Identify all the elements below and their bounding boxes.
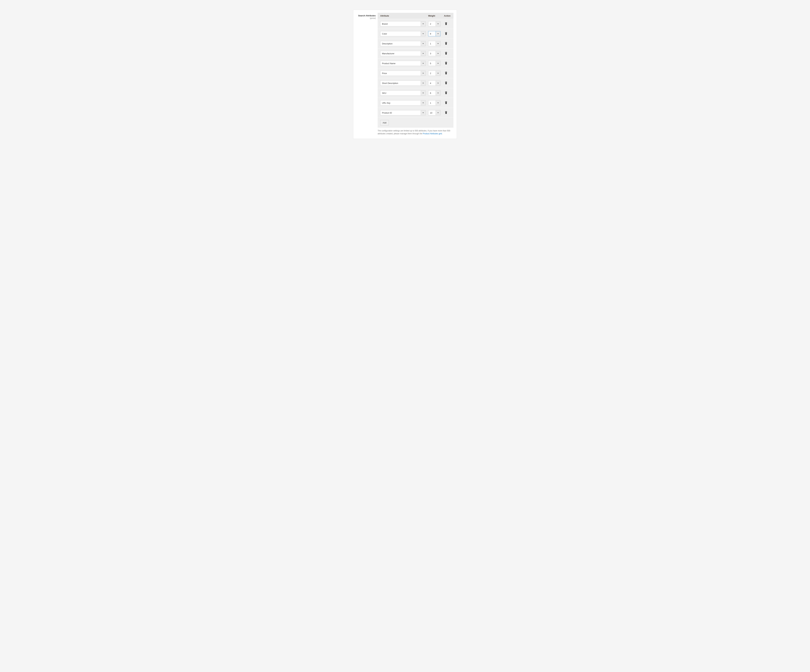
svg-rect-16 bbox=[446, 101, 446, 101]
table-row bbox=[378, 29, 454, 39]
col-header-attribute: Attribute bbox=[380, 15, 425, 17]
attribute-dropdown-button[interactable] bbox=[421, 61, 425, 66]
attribute-dropdown-button[interactable] bbox=[421, 31, 425, 36]
weight-input[interactable] bbox=[428, 110, 435, 115]
attribute-dropdown-button[interactable] bbox=[421, 110, 425, 115]
chevron-down-icon bbox=[422, 24, 424, 24]
chevron-down-icon bbox=[422, 43, 424, 44]
chevron-down-icon bbox=[437, 93, 439, 93]
attribute-dropdown-button[interactable] bbox=[421, 21, 425, 26]
weight-dropdown-button[interactable] bbox=[435, 100, 440, 105]
attribute-input[interactable] bbox=[380, 71, 421, 76]
trash-icon bbox=[445, 22, 447, 25]
weight-select[interactable] bbox=[428, 100, 441, 105]
attribute-input[interactable] bbox=[380, 110, 421, 115]
trash-icon bbox=[445, 91, 447, 95]
attribute-dropdown-button[interactable] bbox=[421, 100, 425, 105]
attribute-input[interactable] bbox=[380, 90, 421, 96]
weight-select[interactable] bbox=[428, 31, 441, 36]
weight-select[interactable] bbox=[428, 61, 441, 66]
delete-row-button[interactable] bbox=[444, 51, 448, 56]
delete-row-button[interactable] bbox=[444, 41, 448, 46]
delete-row-button[interactable] bbox=[444, 31, 448, 36]
attribute-dropdown-button[interactable] bbox=[421, 41, 425, 46]
table-row bbox=[378, 98, 454, 108]
chevron-down-icon bbox=[422, 103, 424, 103]
weight-dropdown-button[interactable] bbox=[435, 61, 440, 66]
weight-dropdown-button[interactable] bbox=[435, 51, 440, 56]
chevron-down-icon bbox=[437, 53, 439, 54]
attribute-select[interactable] bbox=[380, 71, 425, 76]
weight-input[interactable] bbox=[428, 81, 435, 86]
attribute-dropdown-button[interactable] bbox=[421, 51, 425, 56]
attribute-input[interactable] bbox=[380, 100, 421, 105]
table-row bbox=[378, 78, 454, 88]
weight-dropdown-button[interactable] bbox=[435, 90, 440, 96]
weight-dropdown-button[interactable] bbox=[435, 31, 440, 36]
attribute-select[interactable] bbox=[380, 110, 425, 115]
attribute-input[interactable] bbox=[380, 31, 421, 36]
attribute-input[interactable] bbox=[380, 21, 421, 26]
trash-icon bbox=[445, 111, 447, 114]
chevron-down-icon bbox=[437, 24, 439, 24]
weight-select[interactable] bbox=[428, 110, 441, 115]
attribute-dropdown-button[interactable] bbox=[421, 81, 425, 86]
product-attributes-grid-link[interactable]: Product Attributes grid bbox=[423, 133, 442, 135]
delete-row-button[interactable] bbox=[444, 71, 448, 76]
weight-input[interactable] bbox=[428, 71, 435, 76]
attribute-input[interactable] bbox=[380, 61, 421, 66]
attribute-input[interactable] bbox=[380, 41, 421, 46]
delete-row-button[interactable] bbox=[444, 101, 448, 105]
attribute-dropdown-button[interactable] bbox=[421, 71, 425, 76]
weight-input[interactable] bbox=[428, 31, 435, 36]
svg-rect-3 bbox=[445, 32, 447, 33]
weight-input[interactable] bbox=[428, 51, 435, 56]
attribute-select[interactable] bbox=[380, 31, 425, 36]
chevron-down-icon bbox=[422, 73, 424, 74]
weight-select[interactable] bbox=[428, 71, 441, 76]
weight-select[interactable] bbox=[428, 21, 441, 26]
svg-rect-17 bbox=[445, 101, 447, 102]
weight-input[interactable] bbox=[428, 100, 435, 105]
weight-dropdown-button[interactable] bbox=[435, 71, 440, 76]
attribute-select[interactable] bbox=[380, 81, 425, 86]
attribute-select[interactable] bbox=[380, 51, 425, 56]
weight-dropdown-button[interactable] bbox=[435, 21, 440, 26]
weight-select[interactable] bbox=[428, 41, 441, 46]
attribute-select[interactable] bbox=[380, 21, 425, 26]
delete-row-button[interactable] bbox=[444, 110, 448, 115]
attribute-select[interactable] bbox=[380, 100, 425, 105]
attribute-dropdown-button[interactable] bbox=[421, 90, 425, 96]
weight-select[interactable] bbox=[428, 51, 441, 56]
weight-dropdown-button[interactable] bbox=[435, 41, 440, 46]
weight-select[interactable] bbox=[428, 81, 441, 86]
weight-dropdown-button[interactable] bbox=[435, 110, 440, 115]
weight-input[interactable] bbox=[428, 90, 435, 96]
svg-rect-12 bbox=[446, 81, 446, 82]
section-body: Attribute Weight Action Add The configur… bbox=[378, 13, 454, 135]
weight-input[interactable] bbox=[428, 41, 435, 46]
delete-row-button[interactable] bbox=[444, 22, 448, 26]
svg-rect-15 bbox=[445, 92, 447, 92]
grid-header: Attribute Weight Action bbox=[378, 13, 454, 19]
weight-dropdown-button[interactable] bbox=[435, 81, 440, 86]
delete-row-button[interactable] bbox=[444, 91, 448, 95]
weight-input[interactable] bbox=[428, 21, 435, 26]
attribute-select[interactable] bbox=[380, 41, 425, 46]
svg-rect-19 bbox=[445, 111, 447, 112]
chevron-down-icon bbox=[437, 63, 439, 64]
section-scope: [global] bbox=[356, 17, 376, 19]
delete-row-button[interactable] bbox=[444, 81, 448, 85]
attribute-input[interactable] bbox=[380, 51, 421, 56]
delete-row-button[interactable] bbox=[444, 61, 448, 66]
attribute-select[interactable] bbox=[380, 61, 425, 66]
table-row bbox=[378, 68, 454, 78]
attribute-input[interactable] bbox=[380, 81, 421, 86]
add-button[interactable]: Add bbox=[380, 120, 389, 125]
attribute-select[interactable] bbox=[380, 90, 425, 96]
chevron-down-icon bbox=[422, 83, 424, 84]
config-note: The configuration settings are limited u… bbox=[378, 129, 454, 135]
table-row bbox=[378, 108, 454, 118]
weight-input[interactable] bbox=[428, 61, 435, 66]
weight-select[interactable] bbox=[428, 90, 441, 96]
